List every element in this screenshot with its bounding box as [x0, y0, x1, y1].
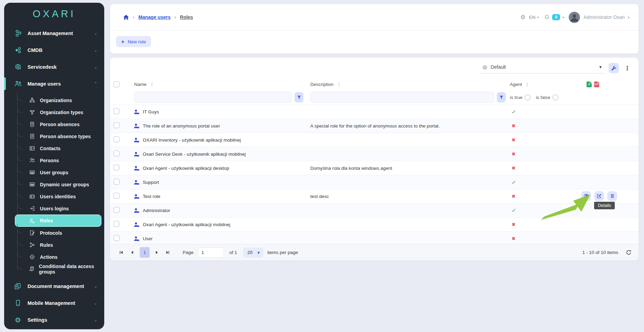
cmdb-icon	[13, 46, 23, 54]
sidebar-section-cmdb[interactable]: CMDB⌄	[4, 42, 104, 58]
agent-is-false-radio[interactable]	[552, 95, 558, 100]
asset-management-icon	[13, 30, 23, 37]
sidebar-section-asset-management[interactable]: Asset Management⌄	[4, 25, 104, 42]
header-controls: ⚙ EN ▾ 0 ▾ Administrator Oxari ▾	[520, 12, 630, 23]
details-button[interactable]	[581, 191, 591, 201]
home-icon[interactable]	[123, 14, 129, 20]
name-filter-input[interactable]	[134, 92, 292, 103]
funnel-icon	[297, 95, 301, 100]
sidebar-section-manage-users[interactable]: Manage users⌃	[4, 75, 104, 92]
sidebar-item-persons[interactable]: Persons	[17, 154, 101, 166]
sidebar-item-users-identities[interactable]: Users identities	[17, 190, 101, 202]
sidebar-item-contacts[interactable]: Contacts	[17, 142, 101, 154]
table-row-user[interactable]: User✖	[110, 231, 638, 245]
table-row-support[interactable]: Support✓	[110, 175, 638, 189]
sidebar-item-users-logins[interactable]: Users logins	[17, 202, 101, 214]
sidebar-item-dynamic-user-groups[interactable]: Dynamic user groups	[17, 178, 101, 190]
sidebar-submenu: OrganizationsOrganization typesPerson ab…	[17, 93, 101, 275]
sidebar-item-conditional-data-access-groups[interactable]: Conditional data access groups	[17, 263, 101, 275]
current-page-button[interactable]: 1	[140, 247, 150, 258]
previous-page-button[interactable]	[128, 248, 136, 257]
user-avatar[interactable]	[569, 12, 580, 23]
sidebar-item-person-absence-types[interactable]: Person absence types	[17, 130, 101, 142]
new-role-button[interactable]: + New role	[116, 36, 151, 47]
last-page-button[interactable]	[163, 248, 172, 257]
language-caret-icon[interactable]: ▾	[537, 15, 539, 19]
column-header-agent[interactable]: Agent	[510, 82, 522, 87]
sidebar-item-user-groups[interactable]: User groups	[17, 166, 101, 178]
row-checkbox[interactable]	[114, 221, 119, 227]
notifications-caret-icon[interactable]: ▾	[562, 15, 564, 19]
next-page-button[interactable]	[152, 248, 161, 257]
column-menu-icon[interactable]: ⋮	[337, 82, 341, 87]
export-excel-icon[interactable]: X	[587, 81, 592, 87]
row-checkbox[interactable]	[114, 122, 119, 128]
role-user-icon	[134, 236, 140, 241]
name-filter-button[interactable]	[294, 92, 303, 102]
select-all-checkbox[interactable]	[114, 81, 119, 87]
roles-grid-card: ◎ Default ▼ ⋮ Name ⋮ Description ⋮ Agent…	[110, 58, 638, 261]
table-row-oxari-inventory-u-ytkownik-aplikacji-mobilnej[interactable]: OXARI Inventory - użytkownik aplikacji m…	[110, 133, 638, 147]
page-size-select[interactable]: 20 ▼	[243, 247, 263, 258]
table-row-oxari-service-desk-u-ytkownik-aplikacji-mobilnej[interactable]: Oxari Service Desk - użytkownik aplikacj…	[110, 147, 638, 161]
role-name: The role of an anonymous portal user	[143, 123, 220, 129]
row-checkbox[interactable]	[114, 235, 119, 241]
row-actions	[581, 191, 617, 201]
table-row-oxari-agent-u-ytkownik-aplikacji-mobilnej[interactable]: Oxari Agent - użytkownik aplikacji mobil…	[110, 217, 638, 231]
delete-button[interactable]	[607, 191, 617, 201]
notifications-bell-icon[interactable]	[544, 14, 550, 20]
table-row-it-guys[interactable]: IT Guys✓	[110, 104, 638, 119]
sidebar-item-rules[interactable]: Rules	[17, 239, 101, 251]
user-menu-caret-icon[interactable]: ▾	[628, 15, 630, 19]
row-checkbox[interactable]	[114, 108, 119, 114]
sidebar-section-mobile-management[interactable]: Mobile Management⌄	[4, 295, 104, 311]
sidebar-item-label: Contacts	[40, 146, 61, 151]
table-row-the-role-of-an-anonymous-portal-user[interactable]: The role of an anonymous portal userA sp…	[110, 119, 638, 133]
chevron-down-icon: ⌄	[94, 31, 97, 36]
sidebar-item-roles[interactable]: Roles	[15, 214, 101, 227]
column-header-description[interactable]: Description	[310, 82, 334, 87]
notification-count-badge[interactable]: 0	[552, 14, 560, 20]
row-checkbox[interactable]	[114, 136, 119, 142]
description-filter-input[interactable]	[310, 92, 494, 103]
page-number-input[interactable]	[198, 247, 224, 258]
edit-button[interactable]	[594, 191, 604, 201]
agent-is-true-radio[interactable]	[525, 95, 530, 100]
description-filter-button[interactable]	[497, 92, 506, 102]
table-row-oxari-agent-u-ytkownik-aplikacji-desktop[interactable]: Oxari Agent - użytkownik aplikacji deskt…	[110, 161, 638, 175]
column-header-name[interactable]: Name	[134, 82, 147, 87]
table-row-administrator[interactable]: Administrator✓	[110, 203, 638, 217]
row-checkbox[interactable]	[114, 179, 119, 185]
sidebar-section-settings[interactable]: ⚙Settings⌄	[4, 311, 104, 328]
export-pdf-icon[interactable]: PDF	[594, 81, 599, 87]
column-menu-icon[interactable]: ⋮	[150, 82, 154, 87]
row-checkbox[interactable]	[114, 193, 119, 199]
agent-check-icon: ✓	[512, 109, 516, 115]
sidebar-section-document-management[interactable]: Document management⌄	[4, 278, 104, 295]
refresh-button[interactable]	[626, 250, 632, 255]
role-name: OXARI Inventory - użytkownik aplikacji m…	[143, 137, 241, 143]
row-checkbox[interactable]	[114, 165, 119, 170]
grid-menu-kebab-icon[interactable]: ⋮	[623, 65, 632, 72]
row-checkbox[interactable]	[114, 151, 119, 156]
breadcrumb-roles[interactable]: Roles	[180, 14, 193, 20]
chevron-down-icon: ⌄	[94, 284, 97, 289]
sidebar-section-servicedesk[interactable]: Servicedesk⌄	[4, 58, 104, 75]
agent-check-icon: ✓	[512, 208, 516, 213]
settings-gear-icon[interactable]: ⚙	[520, 14, 525, 21]
sidebar-item-person-absences[interactable]: Person absences	[17, 118, 101, 130]
breadcrumb-manage-users[interactable]: Manage users	[138, 14, 170, 20]
sidebar-item-protocols[interactable]: Protocols	[17, 227, 101, 239]
grid-settings-wrench-button[interactable]	[609, 63, 619, 73]
role-user-icon	[134, 152, 140, 157]
first-page-button[interactable]	[117, 248, 125, 257]
sidebar-item-organization-types[interactable]: Organization types	[17, 106, 101, 118]
sidebar-item-actions[interactable]: Actions	[17, 251, 101, 263]
row-checkbox[interactable]	[114, 207, 119, 213]
view-selector[interactable]: ◎ Default ▼	[480, 63, 604, 74]
column-menu-icon[interactable]: ⋮	[525, 82, 529, 87]
language-selector[interactable]: EN	[529, 15, 536, 20]
roles-icon	[28, 218, 36, 223]
sidebar-item-organizations[interactable]: Organizations	[17, 94, 101, 106]
table-row-test-role[interactable]: Test roletest desc✖	[110, 189, 638, 203]
